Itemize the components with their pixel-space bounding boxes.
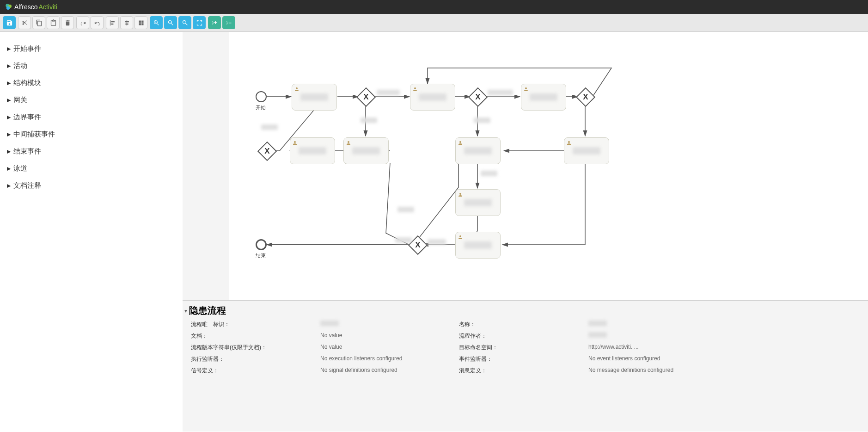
palette-end-events[interactable]: ▶结束事件 — [7, 143, 176, 160]
user-task[interactable] — [455, 137, 501, 164]
user-task[interactable] — [455, 232, 501, 259]
caret-right-icon: ▶ — [7, 131, 11, 137]
property-value[interactable]: No value — [320, 344, 459, 352]
palette-label: 活动 — [13, 62, 27, 70]
brand-activiti: Activiti — [39, 3, 57, 11]
user-icon — [412, 86, 418, 91]
end-event-label: 结束 — [256, 252, 266, 259]
zoom-fit-button[interactable] — [193, 16, 206, 29]
palette-sidebar: ▶开始事件 ▶活动 ▶结构模块 ▶网关 ▶边界事件 ▶中间捕获事件 ▶结束事件 … — [0, 32, 183, 432]
user-icon — [294, 86, 300, 91]
property-value[interactable]: No message definitions configured — [588, 367, 727, 375]
canvas-area[interactable]: 开始 结束 X X X X X — [183, 32, 868, 432]
undo-button[interactable] — [91, 16, 104, 29]
flow-label — [377, 90, 400, 95]
property-label: 流程作者： — [459, 332, 588, 340]
user-task[interactable] — [292, 84, 337, 111]
end-event[interactable] — [256, 239, 267, 250]
property-value[interactable]: No execution listeners configured — [320, 355, 459, 363]
flow-label — [261, 124, 278, 130]
zoom-out-button[interactable] — [164, 16, 177, 29]
property-value[interactable] — [320, 321, 459, 328]
caret-right-icon: ▶ — [7, 63, 11, 69]
user-icon — [458, 234, 463, 239]
palette-start-events[interactable]: ▶开始事件 — [7, 40, 176, 57]
user-icon — [458, 139, 463, 145]
align-size-button[interactable] — [134, 16, 147, 29]
user-icon — [458, 191, 463, 197]
palette-label: 网关 — [13, 96, 27, 105]
caret-right-icon: ▶ — [7, 46, 11, 52]
user-task[interactable] — [290, 137, 335, 164]
user-task[interactable] — [564, 137, 609, 164]
palette-label: 边界事件 — [13, 113, 41, 122]
property-label: 文档： — [191, 332, 320, 340]
user-icon — [346, 139, 351, 145]
user-task[interactable] — [521, 84, 566, 111]
align-center-button[interactable] — [120, 16, 133, 29]
property-label: 执行监听器： — [191, 355, 320, 363]
palette-gateways[interactable]: ▶网关 — [7, 92, 176, 109]
properties-header[interactable]: ▾ 隐患流程 — [183, 301, 868, 321]
exclusive-gateway[interactable]: X — [257, 142, 277, 161]
caret-right-icon: ▶ — [7, 80, 11, 86]
property-label: 目标命名空间： — [459, 344, 588, 352]
flow-label — [481, 171, 497, 176]
property-label: 信号定义： — [191, 367, 320, 375]
palette-label: 文档注释 — [13, 181, 41, 190]
palette-label: 开始事件 — [13, 44, 41, 53]
palette-annotations[interactable]: ▶文档注释 — [7, 177, 176, 194]
property-value[interactable] — [588, 321, 727, 328]
user-task[interactable] — [410, 84, 455, 111]
caret-right-icon: ▶ — [7, 97, 11, 103]
exclusive-gateway[interactable]: X — [356, 87, 376, 107]
cut-button[interactable] — [18, 16, 31, 29]
chevron-down-icon: ▾ — [184, 308, 187, 314]
zoom-in-button[interactable] — [150, 16, 163, 29]
exclusive-gateway[interactable]: X — [576, 87, 595, 107]
flow-label — [361, 117, 377, 123]
flow-connectors — [229, 32, 868, 300]
properties-title: 隐患流程 — [189, 304, 226, 317]
toolbar — [0, 14, 868, 32]
palette-boundary-events[interactable]: ▶边界事件 — [7, 109, 176, 126]
palette-catch-events[interactable]: ▶中间捕获事件 — [7, 126, 176, 143]
property-value[interactable] — [588, 332, 727, 340]
brand-alfresco: Alfresco — [14, 3, 38, 11]
start-event[interactable] — [256, 91, 267, 102]
caret-right-icon: ▶ — [7, 114, 11, 120]
copy-button[interactable] — [32, 16, 45, 29]
start-event-label: 开始 — [256, 104, 266, 111]
caret-right-icon: ▶ — [7, 148, 11, 154]
palette-label: 结构模块 — [13, 79, 41, 87]
palette-swimlanes[interactable]: ▶泳道 — [7, 160, 176, 177]
align-left-button[interactable] — [106, 16, 119, 29]
diagram-canvas[interactable]: 开始 结束 X X X X X — [229, 32, 868, 300]
property-value[interactable]: No signal definitions configured — [320, 367, 459, 375]
property-label: 事件监听器： — [459, 355, 588, 363]
caret-right-icon: ▶ — [7, 166, 11, 172]
property-label: 流程唯一标识： — [191, 321, 320, 328]
paste-button[interactable] — [47, 16, 60, 29]
flow-label — [397, 207, 414, 212]
flow-label — [395, 237, 412, 243]
user-icon — [523, 86, 529, 91]
redo-button[interactable] — [76, 16, 89, 29]
property-value[interactable]: http://www.activiti. ... — [588, 344, 727, 352]
property-value[interactable]: No value — [320, 332, 459, 340]
palette-activities[interactable]: ▶活动 — [7, 57, 176, 74]
flow-label — [428, 239, 446, 245]
property-value[interactable]: No event listeners configured — [588, 355, 727, 363]
palette-label: 中间捕获事件 — [13, 130, 55, 139]
bendpoint-remove-button[interactable] — [222, 16, 235, 29]
exclusive-gateway[interactable]: X — [468, 87, 488, 107]
palette-structural[interactable]: ▶结构模块 — [7, 74, 176, 92]
bendpoint-add-button[interactable] — [208, 16, 221, 29]
user-task[interactable] — [455, 189, 501, 216]
zoom-reset-button[interactable] — [178, 16, 191, 29]
delete-button[interactable] — [61, 16, 74, 29]
save-button[interactable] — [3, 16, 16, 29]
svg-point-2 — [6, 6, 10, 10]
user-task[interactable] — [343, 137, 389, 164]
flow-label — [474, 117, 490, 123]
